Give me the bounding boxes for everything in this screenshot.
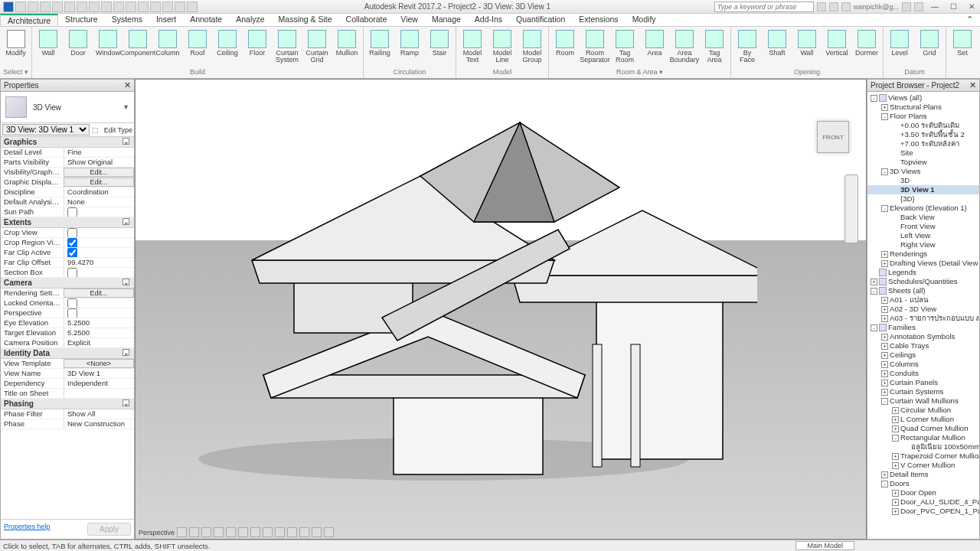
exchange-icon[interactable] bbox=[902, 2, 911, 11]
properties-close-icon[interactable]: ✕ bbox=[124, 80, 131, 90]
curtain-grid-button[interactable]: CurtainGrid bbox=[302, 28, 332, 64]
area-button[interactable]: Area bbox=[640, 28, 669, 57]
tree-toggle-icon[interactable]: + bbox=[881, 251, 888, 258]
tree-item[interactable]: +Door_PVC_OPEN_1_Panel bbox=[867, 507, 979, 516]
tree-item[interactable]: +Trapezoid Corner Mullion bbox=[867, 452, 979, 461]
tree-item[interactable]: +Drafting Views (Detail View 1 bbox=[867, 259, 979, 268]
reveal-icon[interactable] bbox=[287, 527, 297, 537]
redo-icon[interactable] bbox=[52, 2, 63, 12]
tree-toggle-icon[interactable]: + bbox=[892, 407, 899, 414]
tree-toggle-icon[interactable]: + bbox=[881, 306, 888, 313]
shadows-icon[interactable] bbox=[214, 527, 224, 537]
apply-button[interactable]: Apply bbox=[87, 523, 131, 536]
tree-toggle-icon[interactable]: + bbox=[881, 389, 888, 396]
modify-button[interactable]: Modify bbox=[2, 28, 30, 57]
tag-icon[interactable] bbox=[113, 2, 124, 12]
section-extents[interactable]: Extents⌄ bbox=[1, 217, 134, 228]
tree-item[interactable]: +Door_ALU_SLIDE_4_Panel bbox=[867, 497, 979, 507]
component-button[interactable]: Component bbox=[123, 28, 152, 57]
tree-toggle-icon[interactable]: + bbox=[892, 425, 899, 432]
level-button[interactable]: Level bbox=[885, 28, 914, 57]
prop-value[interactable]: 3D View 1 bbox=[64, 369, 134, 378]
tree-item[interactable]: +Columns bbox=[867, 360, 979, 369]
undo-icon[interactable] bbox=[40, 2, 51, 12]
tree-toggle-icon[interactable]: - bbox=[881, 205, 888, 212]
tree-toggle-icon[interactable]: - bbox=[881, 168, 888, 175]
wall-button[interactable]: Wall bbox=[34, 28, 63, 57]
tree-item[interactable]: +Curtain Systems bbox=[867, 387, 979, 396]
browser-close-icon[interactable]: ✕ bbox=[969, 80, 976, 90]
prop-value[interactable] bbox=[64, 207, 134, 217]
vertical-button[interactable]: Vertical bbox=[822, 28, 851, 57]
tree-item[interactable]: +Curtain Panels bbox=[867, 378, 979, 387]
by-face-button[interactable]: ByFace bbox=[733, 28, 762, 64]
tree-toggle-icon[interactable]: + bbox=[881, 471, 888, 478]
tree-toggle-icon[interactable]: - bbox=[871, 324, 877, 331]
tree-item[interactable]: 3D bbox=[867, 176, 979, 185]
tree-item[interactable]: +Door Open bbox=[867, 488, 979, 497]
tree-item[interactable]: +Schedules/Quantities bbox=[867, 277, 979, 286]
tree-toggle-icon[interactable]: + bbox=[892, 462, 899, 469]
tree-toggle-icon[interactable]: + bbox=[881, 104, 888, 111]
tree-item[interactable]: -3D Views bbox=[867, 167, 979, 176]
prop-value[interactable]: New Construction bbox=[64, 419, 134, 429]
prop-value[interactable]: Show All bbox=[64, 409, 134, 419]
tree-toggle-icon[interactable]: + bbox=[881, 361, 888, 368]
tree-item[interactable]: +Annotation Symbols bbox=[867, 332, 979, 341]
prop-value[interactable]: Fine bbox=[64, 148, 134, 157]
tree-toggle-icon[interactable]: + bbox=[892, 508, 899, 515]
tree-toggle-icon[interactable]: + bbox=[892, 416, 899, 423]
sun-icon[interactable] bbox=[201, 527, 211, 537]
room-button[interactable]: Room bbox=[550, 28, 580, 57]
tree-item[interactable]: 3D View 1 bbox=[867, 185, 979, 194]
tree-toggle-icon[interactable]: + bbox=[881, 260, 888, 267]
tree-toggle-icon[interactable]: - bbox=[871, 288, 877, 295]
tree-item[interactable]: +A02 - 3D View bbox=[867, 305, 979, 314]
section-identity-data[interactable]: Identity Data⌄ bbox=[1, 348, 134, 359]
model-group-button[interactable]: ModelGroup bbox=[518, 28, 547, 64]
prop-value[interactable]: Edit... bbox=[64, 178, 134, 187]
prop-value[interactable]: 5.2500 bbox=[64, 318, 134, 328]
tree-toggle-icon[interactable]: - bbox=[881, 481, 888, 487]
viewport-3d[interactable]: — ☐ ✕ bbox=[135, 79, 867, 540]
tab-manage[interactable]: Manage bbox=[425, 14, 468, 26]
prop-value[interactable]: Independent bbox=[64, 379, 134, 388]
open-icon[interactable] bbox=[15, 2, 26, 12]
tree-item[interactable]: +Conduits bbox=[867, 369, 979, 378]
tree-toggle-icon[interactable]: + bbox=[881, 315, 888, 322]
tree-item[interactable]: +Renderings bbox=[867, 249, 979, 259]
tree-item[interactable]: -Sheets (all) bbox=[867, 286, 979, 295]
tab-collaborate[interactable]: Collaborate bbox=[339, 14, 394, 26]
grid-button[interactable]: Grid bbox=[915, 28, 944, 57]
floor-button[interactable]: Floor bbox=[243, 28, 272, 57]
ceiling-button[interactable]: Ceiling bbox=[213, 28, 242, 57]
tab-insert[interactable]: Insert bbox=[149, 14, 183, 26]
tree-toggle-icon[interactable]: - bbox=[881, 398, 888, 405]
crop-region-icon[interactable] bbox=[250, 527, 260, 537]
prop-value[interactable] bbox=[64, 268, 134, 277]
visual-style-icon[interactable] bbox=[189, 527, 199, 537]
tag-room-button[interactable]: TagRoom bbox=[610, 28, 639, 64]
tree-item[interactable]: +Cable Trays bbox=[867, 341, 979, 350]
revit-logo-icon[interactable] bbox=[3, 2, 14, 12]
dim-icon[interactable] bbox=[101, 2, 112, 12]
ribbon-collapse-button[interactable]: ⌃ bbox=[959, 14, 980, 26]
tree-item[interactable]: +A01 - แปลน bbox=[867, 295, 979, 305]
tree-toggle-icon[interactable]: + bbox=[881, 370, 888, 377]
switch-win-icon[interactable] bbox=[187, 2, 198, 12]
analytical-icon[interactable] bbox=[299, 527, 309, 537]
tab-quantification[interactable]: Quantification bbox=[509, 14, 572, 26]
tree-item[interactable]: Topview bbox=[867, 158, 979, 167]
detail-icon[interactable] bbox=[177, 527, 187, 537]
view-instance-selector[interactable]: 3D View: 3D View 1 bbox=[2, 124, 90, 135]
house-model[interactable] bbox=[168, 92, 757, 494]
help-icon[interactable] bbox=[914, 2, 923, 11]
model-line-button[interactable]: ModelLine bbox=[488, 28, 517, 64]
maximize-button[interactable]: ☐ bbox=[945, 2, 962, 12]
properties-help-link[interactable]: Properties help bbox=[4, 523, 51, 536]
tree-item[interactable]: อลูมิเนียม 100x50mm. bbox=[867, 442, 979, 452]
tree-toggle-icon[interactable]: + bbox=[892, 453, 899, 460]
edit-type-button[interactable]: Edit Type bbox=[104, 126, 132, 134]
tree-item[interactable]: +A03 - รายการประกอบแบบ งานส bbox=[867, 314, 979, 323]
set-button[interactable]: Set bbox=[948, 28, 977, 57]
